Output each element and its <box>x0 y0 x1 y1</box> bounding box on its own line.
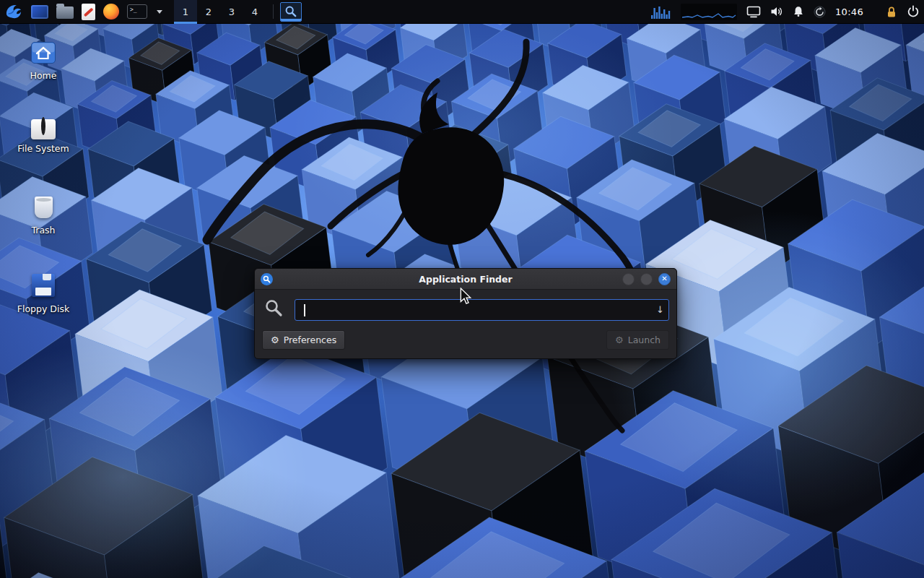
kali-menu-logo[interactable] <box>4 2 23 21</box>
desktop-icon-label: Home <box>9 70 78 81</box>
updates-icon[interactable] <box>814 6 826 18</box>
trash-icon <box>35 197 53 218</box>
search-icon <box>264 298 284 321</box>
gear-icon: ⚙ <box>271 335 279 345</box>
entry-dropdown-arrow[interactable]: ↓ <box>656 304 664 315</box>
preferences-button[interactable]: ⚙ Preferences <box>262 330 345 350</box>
file-manager-launcher-icon[interactable] <box>31 5 48 19</box>
floppy-disk-icon <box>32 274 55 297</box>
display-icon[interactable] <box>746 6 761 18</box>
appfinder-task-icon <box>284 5 297 18</box>
workspace-4[interactable]: 4 <box>243 0 266 24</box>
window-title: Application Finder <box>255 274 676 285</box>
volume-icon[interactable] <box>770 6 783 17</box>
home-folder-icon <box>31 42 56 66</box>
text-editor-launcher-icon[interactable] <box>82 4 95 20</box>
application-finder-window: Application Finder ✕ ↓ ⚙ <box>254 268 677 359</box>
preferences-button-label: Preferences <box>284 335 337 345</box>
maximize-button[interactable] <box>640 273 653 285</box>
top-panel: >_ 1 2 3 4 <box>0 0 924 24</box>
desktop-icon-trash[interactable]: Trash <box>9 197 78 236</box>
titlebar[interactable]: Application Finder ✕ <box>255 269 676 290</box>
appfinder-window-icon <box>261 273 273 285</box>
close-button[interactable]: ✕ <box>658 273 671 285</box>
firefox-launcher-icon[interactable] <box>103 4 119 20</box>
workspace-3[interactable]: 3 <box>220 0 243 24</box>
minimize-button[interactable] <box>622 273 635 285</box>
screen-lock-icon[interactable] <box>886 6 897 18</box>
panel-separator <box>273 4 274 19</box>
workspace-1[interactable]: 1 <box>174 0 197 24</box>
desktop-icon-file-system[interactable]: File System <box>9 119 78 154</box>
desktop-icon-label: Floppy Disk <box>9 303 78 314</box>
terminal-launcher-icon[interactable]: >_ <box>127 4 147 19</box>
audio-meter-widget[interactable] <box>651 4 671 20</box>
file-system-drive-icon <box>31 119 56 139</box>
text-caret <box>304 304 305 316</box>
launch-button[interactable]: ⚙ Launch <box>606 330 669 350</box>
terminal-dropdown-caret[interactable] <box>157 10 162 14</box>
folder-launcher-icon[interactable] <box>56 4 74 19</box>
desktop-root: Home File System Trash Floppy Disk Appli… <box>0 0 924 578</box>
taskbar-appfinder-item[interactable] <box>280 2 302 22</box>
system-graph-widget[interactable] <box>681 4 737 20</box>
search-entry-frame: ↓ <box>295 299 669 321</box>
notifications-bell-icon[interactable] <box>793 6 804 17</box>
launch-icon: ⚙ <box>615 335 624 345</box>
launch-button-label: Launch <box>628 335 661 345</box>
desktop-icon-floppy-disk[interactable]: Floppy Disk <box>9 274 78 314</box>
clock[interactable]: 10:46 <box>835 7 863 17</box>
workspace-2[interactable]: 2 <box>197 0 220 24</box>
power-logout-icon[interactable] <box>907 5 920 18</box>
desktop-icon-label: Trash <box>9 225 78 236</box>
desktop-icon-home[interactable]: Home <box>9 42 78 81</box>
desktop-icon-label: File System <box>9 143 78 154</box>
search-input[interactable] <box>300 304 651 315</box>
workspace-switcher: 1 2 3 4 <box>174 0 266 24</box>
